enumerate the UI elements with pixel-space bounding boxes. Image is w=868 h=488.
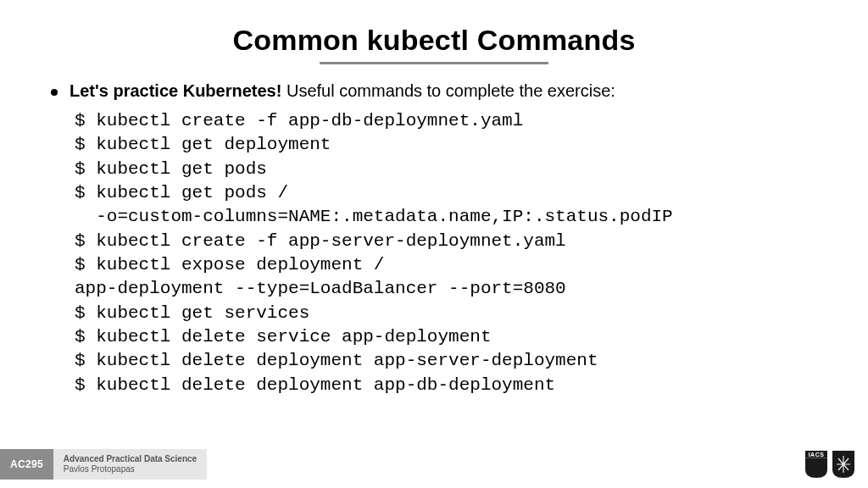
harvard-shield-icon [832, 451, 854, 478]
code-block: $ kubectl create -f app-db-deploymnet.ya… [75, 109, 827, 397]
course-code-badge: AC295 [0, 449, 53, 480]
iacs-shield-icon: IACS [805, 451, 827, 478]
slide-title: Common kubectl Commands [41, 24, 827, 57]
course-info: Advanced Practical Data Science Pavlos P… [53, 449, 207, 480]
lead-text: Let's practice Kubernetes! Useful comman… [70, 81, 615, 101]
lead-rest: Useful commands to complete the exercise… [281, 81, 615, 100]
slide: Common kubectl Commands Let's practice K… [0, 0, 868, 488]
lead-bullet: Let's practice Kubernetes! Useful comman… [51, 81, 827, 101]
svg-rect-0 [805, 458, 827, 458]
iacs-shield-label: IACS [805, 452, 827, 458]
footer-logos: IACS [805, 449, 868, 480]
bullet-dot-icon [51, 89, 58, 96]
course-author: Pavlos Protopapas [64, 464, 197, 475]
footer-bar: AC295 Advanced Practical Data Science Pa… [0, 449, 868, 480]
title-underline [320, 62, 548, 64]
lead-strong: Let's practice Kubernetes! [70, 81, 281, 100]
course-name: Advanced Practical Data Science [64, 454, 197, 465]
